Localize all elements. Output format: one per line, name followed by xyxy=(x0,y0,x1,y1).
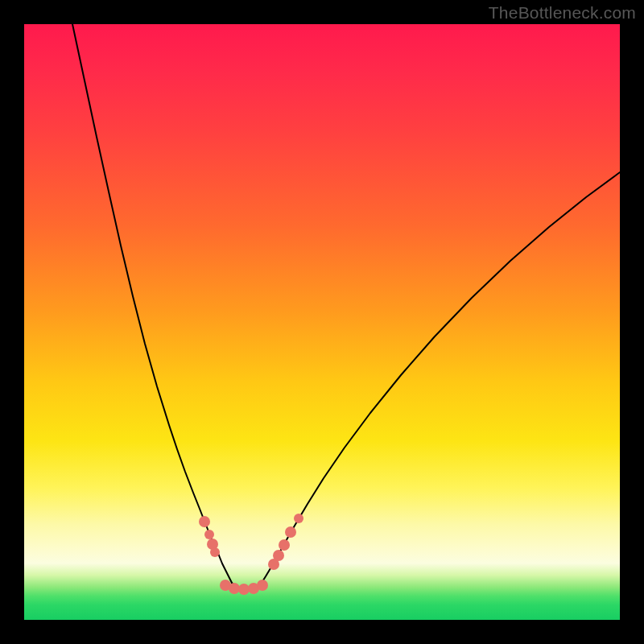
watermark-text: TheBottleneck.com xyxy=(489,3,636,23)
marker-dot xyxy=(257,580,268,591)
chart-frame: TheBottleneck.com xyxy=(0,0,644,644)
marker-dot xyxy=(199,516,210,527)
marker-dot xyxy=(229,583,240,594)
chart-svg xyxy=(24,24,620,620)
marker-dot xyxy=(294,514,303,523)
marker-dot xyxy=(285,526,296,538)
chart-plot-area xyxy=(24,24,620,620)
marker-dot xyxy=(210,547,220,557)
marker-dot xyxy=(279,539,290,551)
curve-right-curve xyxy=(262,172,620,583)
curve-left-curve xyxy=(72,24,232,583)
marker-dot xyxy=(204,530,214,539)
marker-dot xyxy=(273,550,284,561)
marker-group xyxy=(199,514,303,595)
curve-group xyxy=(72,24,620,590)
marker-dot xyxy=(238,584,250,595)
